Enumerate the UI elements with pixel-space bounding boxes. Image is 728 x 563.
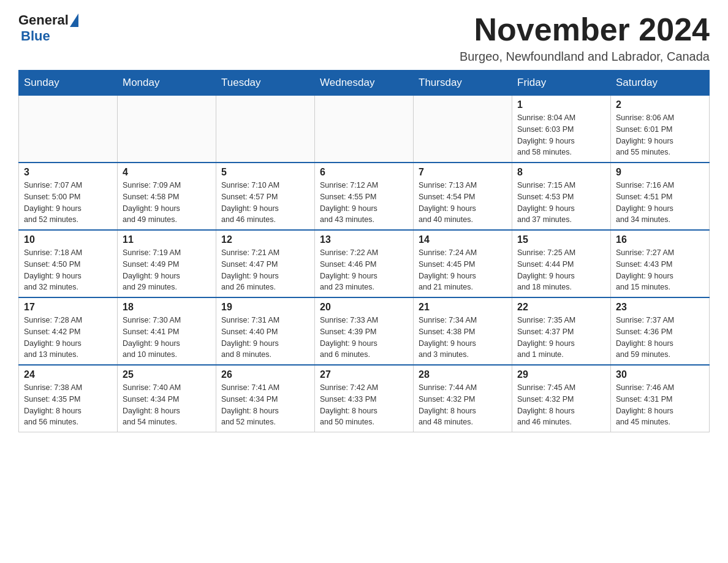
day-number: 5	[221, 167, 309, 178]
calendar-week-row: 24Sunrise: 7:38 AM Sunset: 4:35 PM Dayli…	[19, 365, 710, 432]
day-info: Sunrise: 7:19 AM Sunset: 4:49 PM Dayligh…	[123, 247, 211, 293]
day-number: 15	[517, 234, 605, 245]
table-row: 11Sunrise: 7:19 AM Sunset: 4:49 PM Dayli…	[118, 230, 216, 297]
day-number: 11	[123, 234, 211, 245]
table-row: 24Sunrise: 7:38 AM Sunset: 4:35 PM Dayli…	[19, 365, 118, 432]
day-number: 27	[320, 369, 408, 380]
day-number: 24	[24, 369, 112, 380]
header-wednesday: Wednesday	[315, 71, 414, 96]
day-info: Sunrise: 7:44 AM Sunset: 4:32 PM Dayligh…	[419, 382, 507, 428]
day-number: 9	[616, 167, 704, 178]
day-info: Sunrise: 7:27 AM Sunset: 4:43 PM Dayligh…	[616, 247, 704, 293]
day-info: Sunrise: 7:12 AM Sunset: 4:55 PM Dayligh…	[320, 180, 408, 226]
day-info: Sunrise: 7:07 AM Sunset: 5:00 PM Dayligh…	[24, 180, 112, 226]
calendar-week-row: 1Sunrise: 8:04 AM Sunset: 6:03 PM Daylig…	[19, 96, 710, 163]
day-info: Sunrise: 7:13 AM Sunset: 4:54 PM Dayligh…	[419, 180, 507, 226]
day-info: Sunrise: 7:35 AM Sunset: 4:37 PM Dayligh…	[517, 315, 605, 361]
page-header: General Blue November 2024 Burgeo, Newfo…	[18, 12, 710, 64]
table-row: 13Sunrise: 7:22 AM Sunset: 4:46 PM Dayli…	[315, 230, 414, 297]
day-number: 16	[616, 234, 704, 245]
table-row: 30Sunrise: 7:46 AM Sunset: 4:31 PM Dayli…	[611, 365, 710, 432]
day-number: 3	[24, 167, 112, 178]
header-thursday: Thursday	[414, 71, 512, 96]
day-info: Sunrise: 7:42 AM Sunset: 4:33 PM Dayligh…	[320, 382, 408, 428]
day-info: Sunrise: 7:21 AM Sunset: 4:47 PM Dayligh…	[221, 247, 309, 293]
day-info: Sunrise: 7:15 AM Sunset: 4:53 PM Dayligh…	[517, 180, 605, 226]
day-number: 13	[320, 234, 408, 245]
day-number: 17	[24, 302, 112, 313]
table-row	[414, 96, 512, 163]
day-number: 28	[419, 369, 507, 380]
table-row: 15Sunrise: 7:25 AM Sunset: 4:44 PM Dayli…	[512, 230, 611, 297]
table-row: 28Sunrise: 7:44 AM Sunset: 4:32 PM Dayli…	[414, 365, 512, 432]
day-info: Sunrise: 8:04 AM Sunset: 6:03 PM Dayligh…	[517, 112, 605, 158]
day-info: Sunrise: 7:16 AM Sunset: 4:51 PM Dayligh…	[616, 180, 704, 226]
header-saturday: Saturday	[611, 71, 710, 96]
day-info: Sunrise: 7:25 AM Sunset: 4:44 PM Dayligh…	[517, 247, 605, 293]
day-info: Sunrise: 7:09 AM Sunset: 4:58 PM Dayligh…	[123, 180, 211, 226]
table-row: 29Sunrise: 7:45 AM Sunset: 4:32 PM Dayli…	[512, 365, 611, 432]
day-number: 14	[419, 234, 507, 245]
day-number: 10	[24, 234, 112, 245]
day-info: Sunrise: 7:22 AM Sunset: 4:46 PM Dayligh…	[320, 247, 408, 293]
table-row: 9Sunrise: 7:16 AM Sunset: 4:51 PM Daylig…	[611, 163, 710, 230]
table-row: 5Sunrise: 7:10 AM Sunset: 4:57 PM Daylig…	[216, 163, 315, 230]
table-row: 21Sunrise: 7:34 AM Sunset: 4:38 PM Dayli…	[414, 297, 512, 365]
table-row: 2Sunrise: 8:06 AM Sunset: 6:01 PM Daylig…	[611, 96, 710, 163]
logo: General Blue	[18, 12, 78, 44]
calendar-week-row: 10Sunrise: 7:18 AM Sunset: 4:50 PM Dayli…	[19, 230, 710, 297]
day-number: 12	[221, 234, 309, 245]
day-info: Sunrise: 7:10 AM Sunset: 4:57 PM Dayligh…	[221, 180, 309, 226]
calendar-week-row: 3Sunrise: 7:07 AM Sunset: 5:00 PM Daylig…	[19, 163, 710, 230]
table-row: 16Sunrise: 7:27 AM Sunset: 4:43 PM Dayli…	[611, 230, 710, 297]
day-number: 20	[320, 302, 408, 313]
calendar-header-row: Sunday Monday Tuesday Wednesday Thursday…	[19, 71, 710, 96]
table-row: 10Sunrise: 7:18 AM Sunset: 4:50 PM Dayli…	[19, 230, 118, 297]
month-title: November 2024	[460, 12, 710, 47]
table-row: 8Sunrise: 7:15 AM Sunset: 4:53 PM Daylig…	[512, 163, 611, 230]
day-number: 7	[419, 167, 507, 178]
table-row	[216, 96, 315, 163]
day-number: 25	[123, 369, 211, 380]
day-number: 21	[419, 302, 507, 313]
table-row: 6Sunrise: 7:12 AM Sunset: 4:55 PM Daylig…	[315, 163, 414, 230]
table-row: 1Sunrise: 8:04 AM Sunset: 6:03 PM Daylig…	[512, 96, 611, 163]
table-row: 25Sunrise: 7:40 AM Sunset: 4:34 PM Dayli…	[118, 365, 216, 432]
logo-triangle-icon	[70, 13, 78, 27]
day-info: Sunrise: 7:38 AM Sunset: 4:35 PM Dayligh…	[24, 382, 112, 428]
table-row: 23Sunrise: 7:37 AM Sunset: 4:36 PM Dayli…	[611, 297, 710, 365]
day-number: 29	[517, 369, 605, 380]
location-subtitle: Burgeo, Newfoundland and Labrador, Canad…	[460, 50, 710, 64]
day-info: Sunrise: 7:31 AM Sunset: 4:40 PM Dayligh…	[221, 315, 309, 361]
day-number: 22	[517, 302, 605, 313]
table-row: 20Sunrise: 7:33 AM Sunset: 4:39 PM Dayli…	[315, 297, 414, 365]
day-number: 4	[123, 167, 211, 178]
calendar-week-row: 17Sunrise: 7:28 AM Sunset: 4:42 PM Dayli…	[19, 297, 710, 365]
day-info: Sunrise: 7:40 AM Sunset: 4:34 PM Dayligh…	[123, 382, 211, 428]
table-row: 4Sunrise: 7:09 AM Sunset: 4:58 PM Daylig…	[118, 163, 216, 230]
day-info: Sunrise: 7:41 AM Sunset: 4:34 PM Dayligh…	[221, 382, 309, 428]
header-tuesday: Tuesday	[216, 71, 315, 96]
title-area: November 2024 Burgeo, Newfoundland and L…	[460, 12, 710, 64]
table-row: 26Sunrise: 7:41 AM Sunset: 4:34 PM Dayli…	[216, 365, 315, 432]
day-info: Sunrise: 7:46 AM Sunset: 4:31 PM Dayligh…	[616, 382, 704, 428]
day-info: Sunrise: 7:34 AM Sunset: 4:38 PM Dayligh…	[419, 315, 507, 361]
day-number: 8	[517, 167, 605, 178]
day-number: 19	[221, 302, 309, 313]
day-info: Sunrise: 7:30 AM Sunset: 4:41 PM Dayligh…	[123, 315, 211, 361]
day-info: Sunrise: 7:45 AM Sunset: 4:32 PM Dayligh…	[517, 382, 605, 428]
day-info: Sunrise: 7:24 AM Sunset: 4:45 PM Dayligh…	[419, 247, 507, 293]
table-row: 17Sunrise: 7:28 AM Sunset: 4:42 PM Dayli…	[19, 297, 118, 365]
table-row: 12Sunrise: 7:21 AM Sunset: 4:47 PM Dayli…	[216, 230, 315, 297]
header-monday: Monday	[118, 71, 216, 96]
table-row: 14Sunrise: 7:24 AM Sunset: 4:45 PM Dayli…	[414, 230, 512, 297]
day-number: 1	[517, 99, 605, 110]
day-number: 2	[616, 99, 704, 110]
day-number: 30	[616, 369, 704, 380]
day-info: Sunrise: 7:37 AM Sunset: 4:36 PM Dayligh…	[616, 315, 704, 361]
day-number: 23	[616, 302, 704, 313]
table-row: 18Sunrise: 7:30 AM Sunset: 4:41 PM Dayli…	[118, 297, 216, 365]
logo-general-text: General	[18, 12, 69, 28]
table-row: 27Sunrise: 7:42 AM Sunset: 4:33 PM Dayli…	[315, 365, 414, 432]
table-row	[118, 96, 216, 163]
